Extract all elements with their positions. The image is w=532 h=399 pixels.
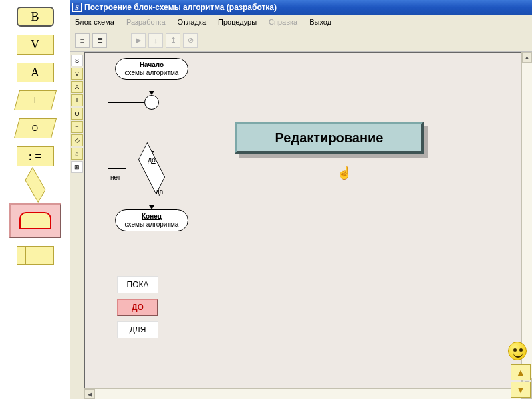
vertical-scrollbar[interactable]: ▲ ▼ xyxy=(521,52,532,388)
scroll-track[interactable] xyxy=(95,389,521,399)
tool-stepdown-icon[interactable]: ↓ xyxy=(148,33,163,48)
menubar: Блок-схема Разработка Отладка Процедуры … xyxy=(70,15,532,29)
titlebar: S Построение блок-схемы алгоритма (разра… xyxy=(70,0,532,15)
menu-debug[interactable]: Отладка xyxy=(178,18,206,26)
fc-connector xyxy=(108,102,108,168)
menu-help[interactable]: Справка xyxy=(269,18,297,26)
palette-v[interactable]: V xyxy=(17,35,54,55)
fc-connector xyxy=(108,102,144,103)
palette-input[interactable]: I xyxy=(17,90,54,110)
fc-connector xyxy=(152,110,152,152)
palette-a[interactable]: A xyxy=(17,63,54,82)
tool-stop-icon[interactable]: ⊘ xyxy=(183,33,198,48)
menu-exit[interactable]: Выход xyxy=(309,18,331,26)
fc-connector xyxy=(152,78,152,92)
loop-type-until[interactable]: ДО xyxy=(117,299,158,316)
window-title: Построение блок-схемы алгоритма (разрабо… xyxy=(84,3,277,12)
canvas[interactable]: Начало схемы алгоритма до · · · · · · · … xyxy=(84,52,521,388)
sidetool-8[interactable]: ⊞ xyxy=(71,161,83,173)
palette-assign[interactable]: : = xyxy=(17,146,54,166)
tool-play-icon[interactable]: ▶ xyxy=(131,33,146,48)
app-window: S Построение блок-схемы алгоритма (разра… xyxy=(70,0,532,399)
fc-label-yes: да xyxy=(156,188,163,196)
slide-nav: ▲ ▼ xyxy=(511,364,531,398)
cursor-icon: ☝ xyxy=(337,166,352,180)
sidetool-7[interactable]: ⌂ xyxy=(71,148,83,160)
palette-output[interactable]: O xyxy=(17,118,54,138)
horizontal-scrollbar[interactable]: ◀ ▶ xyxy=(84,388,532,399)
toolbar: ≡ ≣ ▶ ↓ ↥ ⊘ xyxy=(70,29,532,52)
sidetool-5[interactable]: = xyxy=(71,121,83,133)
workspace: S V A I O = ◇ ⌂ ⊞ Начало схемы алгоритма xyxy=(70,52,532,399)
nav-up-button[interactable]: ▲ xyxy=(511,364,531,380)
loop-type-while[interactable]: ПОКА xyxy=(117,276,158,293)
side-toolbar: S V A I O = ◇ ⌂ ⊞ xyxy=(70,52,84,399)
nav-down-button[interactable]: ▼ xyxy=(511,382,531,398)
fc-label-no: нет xyxy=(110,174,120,181)
fc-connector xyxy=(152,183,152,207)
palette-begin[interactable]: B xyxy=(17,7,54,27)
app-icon: S xyxy=(72,3,82,12)
scroll-track[interactable] xyxy=(522,63,532,378)
palette-subroutine[interactable] xyxy=(17,246,54,265)
tool-align-left-icon[interactable]: ≡ xyxy=(75,33,90,48)
palette-decision[interactable] xyxy=(17,174,54,196)
sidetool-6[interactable]: ◇ xyxy=(71,134,83,146)
tool-align-right-icon[interactable]: ≣ xyxy=(92,33,107,48)
scroll-left-icon[interactable]: ◀ xyxy=(84,389,95,399)
tool-stepup-icon[interactable]: ↥ xyxy=(166,33,180,48)
fc-start[interactable]: Начало схемы алгоритма xyxy=(115,58,188,80)
fc-connector-node[interactable] xyxy=(144,95,159,110)
sidetool-1[interactable]: V xyxy=(71,68,83,80)
menu-procedures[interactable]: Процедуры xyxy=(218,18,257,26)
sidetool-0[interactable]: S xyxy=(71,55,83,66)
sidetool-4[interactable]: O xyxy=(71,108,83,120)
smiley-icon xyxy=(508,342,532,363)
scroll-up-icon[interactable]: ▲ xyxy=(522,52,532,63)
loop-type-for[interactable]: ДЛЯ xyxy=(117,321,158,338)
sidetool-2[interactable]: A xyxy=(71,81,83,93)
fc-decision[interactable]: до · · · · · · · · xyxy=(125,154,178,183)
editing-callout[interactable]: Редактирование xyxy=(235,122,424,154)
shape-palette: B V A I O : = xyxy=(0,0,70,399)
sidetool-3[interactable]: I xyxy=(71,94,83,106)
menu-blockscheme[interactable]: Блок-схема xyxy=(75,18,114,26)
fc-end[interactable]: Конец схемы алгоритма xyxy=(115,209,188,231)
palette-loop[interactable] xyxy=(9,203,61,238)
menu-development[interactable]: Разработка xyxy=(126,18,166,26)
loop-type-list: ПОКА ДО ДЛЯ xyxy=(117,276,158,338)
fc-connector xyxy=(108,168,126,169)
